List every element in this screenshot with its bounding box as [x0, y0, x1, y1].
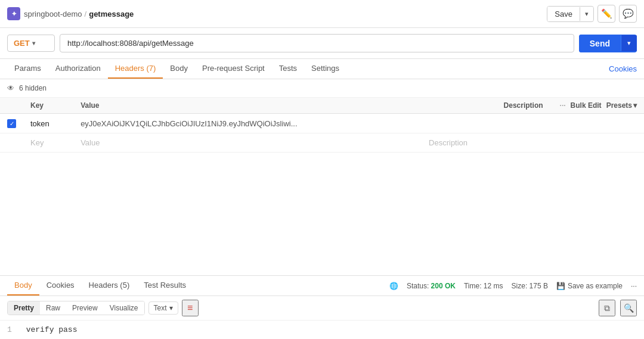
method-chevron-icon: ▾ — [32, 40, 35, 46]
edit-icon-button[interactable]: ✏️ — [597, 5, 615, 23]
globe-icon: 🌐 — [389, 282, 398, 290]
comment-icon-button[interactable]: 💬 — [619, 5, 637, 23]
breadcrumb-separator: / — [85, 10, 87, 18]
eye-icon: 👁 — [7, 84, 14, 92]
more-options-icon[interactable]: ··· — [560, 101, 566, 110]
save-button[interactable]: Save — [547, 7, 580, 21]
headers-table: Key Value Description ··· Bulk Edit Pres… — [0, 98, 644, 153]
response-body-content: verify pass — [26, 325, 78, 334]
time-label: Time: 12 ms — [464, 282, 503, 290]
breadcrumb: springboot-demo / getmessage — [24, 10, 134, 18]
placeholder-description-cell[interactable]: Description — [422, 133, 644, 153]
placeholder-key-cell[interactable]: Key — [23, 133, 73, 153]
endpoint-name: getmessage — [89, 10, 134, 18]
col-key: Key — [23, 98, 73, 114]
url-bar: GET ▾ Send ▾ — [0, 28, 644, 59]
hidden-count-label: 6 hidden — [19, 84, 47, 92]
tab-tests[interactable]: Tests — [272, 59, 304, 79]
cookies-link[interactable]: Cookies — [609, 60, 637, 78]
row-key-cell[interactable]: token — [23, 114, 73, 133]
top-bar: ✦ springboot-demo / getmessage Save ▾ ✏️… — [0, 0, 644, 28]
tab-headers[interactable]: Headers (7) — [108, 59, 163, 79]
top-bar-left: ✦ springboot-demo / getmessage — [7, 7, 134, 20]
line-number: 1 — [7, 325, 12, 334]
table-placeholder-row: Key Value Description — [0, 133, 644, 153]
response-tabs-left: Body Cookies Headers (5) Test Results — [7, 276, 193, 296]
response-tabs: Body Cookies Headers (5) Test Results 🌐 … — [0, 276, 644, 296]
resp-tab-test-results[interactable]: Test Results — [137, 276, 193, 296]
time-value: 12 ms — [484, 282, 503, 290]
format-tabs: Pretty Raw Preview Visualize — [7, 301, 145, 315]
placeholder-value-cell[interactable]: Value — [73, 133, 422, 153]
format-tab-raw[interactable]: Raw — [40, 301, 66, 315]
headers-table-container: Key Value Description ··· Bulk Edit Pres… — [0, 98, 644, 153]
url-input[interactable] — [60, 34, 574, 52]
filter-icon-button[interactable]: ≡ — [182, 300, 199, 316]
method-select[interactable]: GET ▾ — [7, 35, 55, 52]
status-label: Status: 200 OK — [407, 282, 456, 290]
row-value-cell[interactable]: eyJ0eXAiOiJKV1QiLCJhbGciOiJIUzI1NiJ9.eyJ… — [73, 114, 422, 133]
app-icon: ✦ — [7, 7, 20, 20]
tab-settings[interactable]: Settings — [304, 59, 346, 79]
size-label: Size: 175 B — [512, 282, 548, 290]
col-checkbox — [0, 98, 23, 114]
text-format-chevron-icon: ▾ — [169, 304, 173, 312]
tab-pre-request[interactable]: Pre-request Script — [195, 59, 272, 79]
tab-params[interactable]: Params — [7, 59, 48, 79]
copy-icon-button[interactable]: ⧉ — [599, 300, 615, 316]
response-more-icon[interactable]: ··· — [631, 282, 637, 290]
resp-tab-cookies[interactable]: Cookies — [39, 276, 82, 296]
col-description: Description ··· Bulk Edit Presets ▾ — [422, 98, 644, 114]
format-tab-preview[interactable]: Preview — [66, 301, 104, 315]
text-format-select[interactable]: Text ▾ — [148, 301, 178, 315]
presets-button[interactable]: Presets ▾ — [606, 101, 637, 110]
project-name[interactable]: springboot-demo — [24, 10, 82, 18]
request-tabs: Params Authorization Headers (7) Body Pr… — [0, 59, 644, 79]
top-bar-right: Save ▾ ✏️ 💬 — [547, 5, 637, 23]
tab-authorization[interactable]: Authorization — [48, 59, 108, 79]
format-tab-visualize[interactable]: Visualize — [104, 301, 144, 315]
response-toolbar: Pretty Raw Preview Visualize Text ▾ ≡ ⧉ … — [0, 296, 644, 321]
resp-tab-body[interactable]: Body — [7, 276, 39, 296]
response-body: 1 verify pass — [0, 321, 644, 339]
row-description-cell[interactable] — [422, 114, 644, 133]
response-section: Body Cookies Headers (5) Test Results 🌐 … — [0, 275, 644, 339]
format-tab-pretty[interactable]: Pretty — [8, 301, 40, 315]
send-button[interactable]: Send — [579, 35, 621, 52]
tabs-left: Params Authorization Headers (7) Body Pr… — [7, 59, 346, 79]
col-value: Value — [73, 98, 422, 114]
tab-body[interactable]: Body — [163, 59, 195, 79]
save-dropdown-button[interactable]: ▾ — [580, 7, 593, 21]
send-button-group: Send ▾ — [579, 35, 637, 52]
table-row: ✓ token eyJ0eXAiOiJKV1QiLCJhbGciOiJIUzI1… — [0, 114, 644, 133]
resp-tab-headers[interactable]: Headers (5) — [82, 276, 137, 296]
save-example-icon: 💾 — [556, 282, 565, 290]
send-dropdown-button[interactable]: ▾ — [621, 35, 637, 51]
bulk-edit-button[interactable]: Bulk Edit — [571, 101, 602, 110]
save-button-group: Save ▾ — [547, 6, 594, 22]
method-label: GET — [14, 39, 30, 48]
headers-info: 👁 6 hidden — [0, 79, 644, 98]
row-checkbox-cell[interactable]: ✓ — [0, 114, 23, 133]
response-toolbar-right: ⧉ 🔍 — [599, 300, 637, 316]
row-checkbox[interactable]: ✓ — [7, 119, 16, 128]
response-status: 🌐 Status: 200 OK Time: 12 ms Size: 175 B… — [389, 282, 637, 290]
save-as-example[interactable]: 💾 Save as example — [556, 282, 623, 290]
size-value: 175 B — [530, 282, 548, 290]
status-value: 200 OK — [431, 282, 456, 290]
search-icon-button[interactable]: 🔍 — [620, 300, 637, 316]
